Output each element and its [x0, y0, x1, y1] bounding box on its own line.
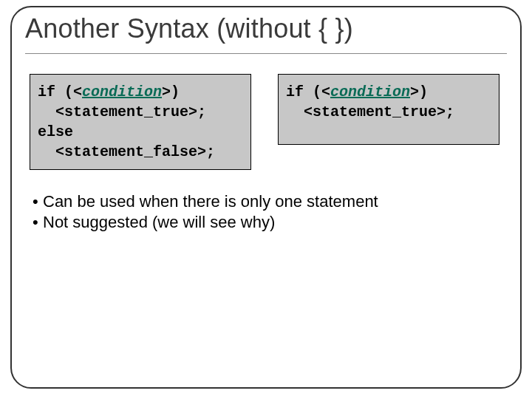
code-text: <statement_false>; — [38, 143, 215, 160]
code-text: <statement_true>; — [38, 103, 206, 120]
bullet-item: •Can be used when there is only one stat… — [33, 192, 378, 211]
code-text: if (< — [38, 83, 82, 100]
code-text: <statement_true>; — [286, 103, 454, 120]
code-condition: condition — [82, 83, 162, 100]
slide-title: Another Syntax (without { }) — [25, 13, 353, 44]
slide: Another Syntax (without { }) if (<condit… — [0, 0, 532, 399]
code-condition: condition — [330, 83, 410, 100]
code-text: >) — [162, 83, 180, 100]
code-text: else — [38, 123, 73, 140]
code-box-if-else: if (<condition>) <statement_true>; else … — [30, 74, 251, 170]
code-text: >) — [410, 83, 428, 100]
bullet-text: Not suggested (we will see why) — [43, 213, 275, 231]
bullet-item: •Not suggested (we will see why) — [33, 213, 378, 232]
code-box-if-only: if (<condition>) <statement_true>; — [278, 74, 499, 145]
bullet-dot: • — [33, 213, 43, 232]
bullet-list: •Can be used when there is only one stat… — [33, 191, 378, 233]
title-underline — [25, 53, 507, 54]
code-text: if (< — [286, 83, 330, 100]
bullet-dot: • — [33, 192, 43, 211]
bullet-text: Can be used when there is only one state… — [43, 192, 378, 211]
